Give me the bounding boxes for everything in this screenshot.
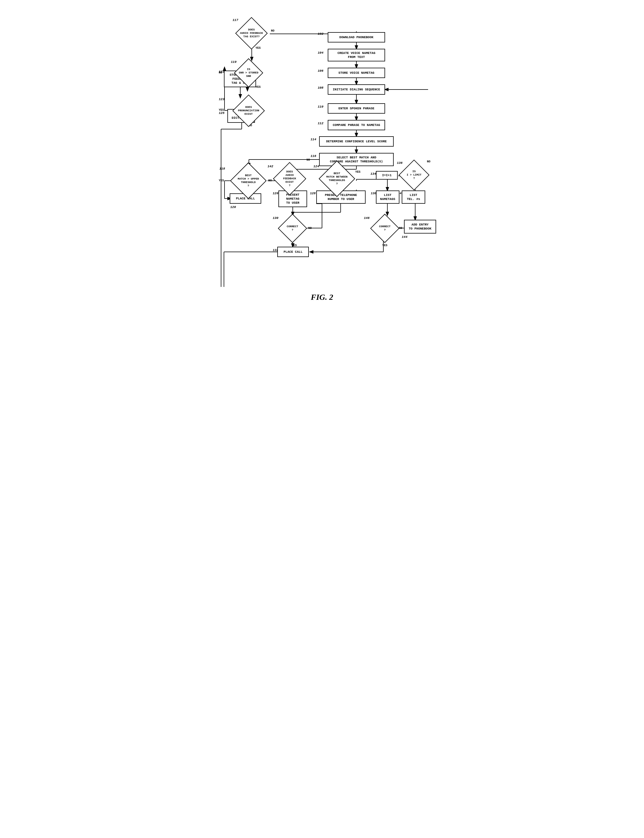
box-initiate-dialing: INITIATE DIALING SEQUENCE	[328, 84, 385, 95]
flow-no-116: NO	[307, 158, 310, 161]
diamond-pronunciation-exists: DOESPRONUNCIATIONEXIST	[230, 97, 267, 125]
flow-yes-146: YES	[382, 244, 388, 247]
diamond-best-match-upper: BESTMATCH > UPPERTHRESHOLD?	[228, 165, 268, 196]
label-116: 116	[310, 154, 316, 158]
label-104: 104	[318, 51, 324, 54]
diamond-i-limit: ISI > LIMIT?	[398, 160, 430, 190]
flow-no-117: NO	[271, 29, 274, 33]
box-create-voice-nametag: CREATE VOICE NAMETAGFROM TEXT	[328, 49, 385, 61]
diamond-audio-feedback-exists: DOESAUDIO FEEDBACKTAG EXIST?	[233, 19, 270, 48]
box-add-entry-phonebook: ADD ENTRYTO PHONEBOOK	[404, 220, 436, 234]
flowchart-diagram: 102 104 106 108 110 112 114 116 117 119 …	[216, 14, 428, 287]
label-118: 118	[219, 167, 225, 170]
box-enter-spoken-phrase: ENTER SPOKEN PHRASE	[328, 103, 385, 114]
label-114: 114	[310, 138, 316, 141]
flow-yes-118: YES	[219, 179, 224, 182]
box-confidence-level: DETERMINE CONFIDENCE LEVEL SCORE	[319, 136, 394, 147]
label-106: 106	[318, 69, 324, 72]
label-102: 102	[318, 32, 324, 36]
figure-caption: FIG. 2	[216, 293, 428, 302]
box-list-nametags: LISTNAMETAGS	[376, 191, 399, 204]
flow-yes-123: YES	[219, 109, 224, 112]
label-138: 138	[371, 192, 376, 195]
flow-no-130: NO	[308, 227, 312, 230]
label-123: 123	[219, 97, 225, 101]
diamond-audio-feedback-exist-142: DOESAUDIOFEEDBACKEXIST?	[273, 162, 306, 195]
label-108: 108	[318, 86, 324, 89]
label-142: 142	[268, 165, 273, 168]
label-144: 144	[402, 235, 407, 239]
diamond-best-match-between: BESTMATCH BETWEENTHRESHOLDS?	[316, 162, 358, 195]
label-120: 120	[230, 206, 236, 209]
label-134: 134	[370, 172, 376, 176]
box-download-phonebook: DOWNLOAD PHONEBOOK	[328, 32, 385, 43]
flow-no-119: NO	[219, 71, 222, 74]
label-128: 128	[310, 192, 316, 195]
flow-arrows	[216, 14, 428, 287]
box-list-tel-nums: LISTTEL. #s	[402, 191, 425, 204]
box-increment-i: I=I+1	[376, 171, 398, 179]
diamond-correct-146: CORRECT?	[369, 215, 401, 242]
flow-no-118: NO	[268, 179, 272, 182]
flow-yes-119: YES	[255, 86, 261, 89]
box-place-call-132: PLACE CALL	[277, 247, 309, 257]
label-146: 146	[364, 216, 370, 220]
label-110: 110	[318, 105, 324, 109]
box-store-voice-nametag: STORE VOICE NAMETAG	[328, 68, 385, 78]
diamond-correct-130: CORRECT?	[277, 215, 308, 242]
diamond-snr-stored: ISSNR > STOREDSNR	[232, 60, 266, 86]
label-125: 125	[219, 111, 225, 115]
box-compare-phrase: COMPARE PHRASE TO NAMETAG	[328, 120, 385, 130]
label-112: 112	[318, 122, 324, 125]
page-container: 102 104 106 108 110 112 114 116 117 119 …	[210, 6, 434, 313]
